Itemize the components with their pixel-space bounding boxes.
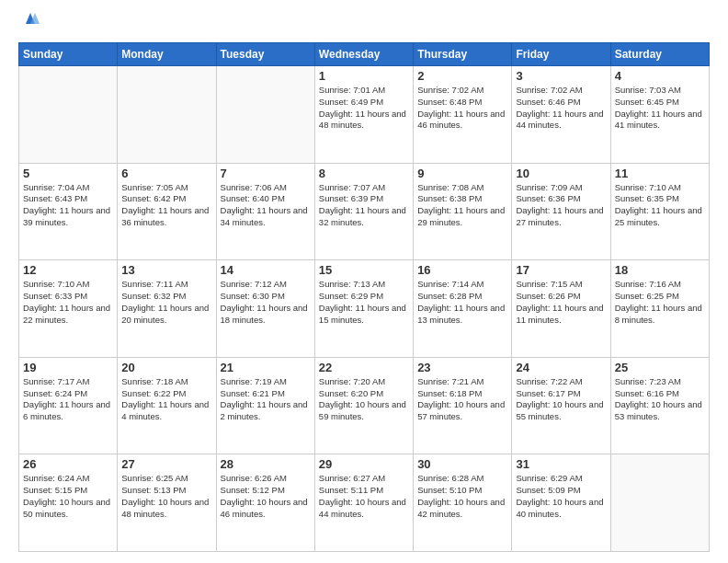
calendar-cell: 17Sunrise: 7:15 AM Sunset: 6:26 PM Dayli… — [512, 260, 610, 358]
calendar-cell: 23Sunrise: 7:21 AM Sunset: 6:18 PM Dayli… — [414, 357, 512, 454]
calendar-cell: 18Sunrise: 7:16 AM Sunset: 6:25 PM Dayli… — [610, 260, 709, 358]
week-row-1: 1Sunrise: 7:01 AM Sunset: 6:49 PM Daylig… — [19, 66, 710, 164]
day-number: 22 — [319, 361, 409, 374]
day-info: Sunrise: 7:17 AM Sunset: 6:24 PM Dayligh… — [23, 376, 113, 423]
day-info: Sunrise: 6:28 AM Sunset: 5:10 PM Dayligh… — [417, 473, 507, 520]
weekday-header-tuesday: Tuesday — [216, 43, 314, 66]
day-info: Sunrise: 7:12 AM Sunset: 6:30 PM Dayligh… — [221, 279, 311, 326]
calendar-cell: 27Sunrise: 6:25 AM Sunset: 5:13 PM Dayli… — [118, 454, 216, 552]
header — [18, 17, 710, 33]
day-number: 19 — [23, 361, 113, 374]
day-info: Sunrise: 7:20 AM Sunset: 6:20 PM Dayligh… — [319, 376, 409, 423]
calendar-cell: 28Sunrise: 6:26 AM Sunset: 5:12 PM Dayli… — [216, 454, 314, 552]
weekday-header-monday: Monday — [118, 43, 216, 66]
calendar-cell: 15Sunrise: 7:13 AM Sunset: 6:29 PM Dayli… — [314, 260, 413, 358]
calendar-cell: 5Sunrise: 7:04 AM Sunset: 6:43 PM Daylig… — [19, 163, 118, 260]
day-number: 20 — [121, 361, 211, 374]
day-info: Sunrise: 7:23 AM Sunset: 6:16 PM Dayligh… — [615, 376, 705, 423]
day-number: 7 — [221, 167, 311, 180]
day-info: Sunrise: 6:26 AM Sunset: 5:12 PM Dayligh… — [221, 473, 311, 520]
day-number: 30 — [417, 457, 507, 471]
calendar-cell: 2Sunrise: 7:02 AM Sunset: 6:48 PM Daylig… — [414, 66, 512, 164]
calendar-cell: 30Sunrise: 6:28 AM Sunset: 5:10 PM Dayli… — [414, 454, 512, 552]
day-info: Sunrise: 7:21 AM Sunset: 6:18 PM Dayligh… — [417, 376, 507, 423]
day-number: 26 — [23, 457, 113, 471]
calendar-cell: 14Sunrise: 7:12 AM Sunset: 6:30 PM Dayli… — [216, 260, 314, 358]
calendar-cell: 6Sunrise: 7:05 AM Sunset: 6:42 PM Daylig… — [118, 163, 216, 260]
page: SundayMondayTuesdayWednesdayThursdayFrid… — [0, 0, 728, 563]
calendar-cell: 9Sunrise: 7:08 AM Sunset: 6:38 PM Daylig… — [414, 163, 512, 260]
calendar-cell — [216, 66, 314, 164]
day-info: Sunrise: 7:10 AM Sunset: 6:35 PM Dayligh… — [615, 182, 705, 229]
day-number: 16 — [417, 263, 507, 277]
day-info: Sunrise: 6:29 AM Sunset: 5:09 PM Dayligh… — [516, 473, 606, 520]
calendar-table: SundayMondayTuesdayWednesdayThursdayFrid… — [18, 42, 710, 552]
calendar-cell: 20Sunrise: 7:18 AM Sunset: 6:22 PM Dayli… — [118, 357, 216, 454]
day-info: Sunrise: 7:19 AM Sunset: 6:21 PM Dayligh… — [221, 376, 311, 423]
calendar-cell: 12Sunrise: 7:10 AM Sunset: 6:33 PM Dayli… — [19, 260, 118, 358]
calendar-cell: 24Sunrise: 7:22 AM Sunset: 6:17 PM Dayli… — [512, 357, 610, 454]
calendar-cell: 10Sunrise: 7:09 AM Sunset: 6:36 PM Dayli… — [512, 163, 610, 260]
calendar-cell: 16Sunrise: 7:14 AM Sunset: 6:28 PM Dayli… — [414, 260, 512, 358]
day-info: Sunrise: 7:22 AM Sunset: 6:17 PM Dayligh… — [516, 376, 606, 423]
calendar-cell — [118, 66, 216, 164]
day-info: Sunrise: 7:02 AM Sunset: 6:48 PM Dayligh… — [417, 85, 507, 132]
week-row-2: 5Sunrise: 7:04 AM Sunset: 6:43 PM Daylig… — [19, 163, 710, 260]
day-number: 24 — [516, 361, 606, 374]
day-number: 8 — [319, 167, 409, 180]
day-info: Sunrise: 7:09 AM Sunset: 6:36 PM Dayligh… — [516, 182, 606, 229]
day-number: 25 — [615, 361, 705, 374]
week-row-4: 19Sunrise: 7:17 AM Sunset: 6:24 PM Dayli… — [19, 357, 710, 454]
calendar-cell: 25Sunrise: 7:23 AM Sunset: 6:16 PM Dayli… — [610, 357, 709, 454]
day-number: 21 — [221, 361, 311, 374]
day-info: Sunrise: 7:07 AM Sunset: 6:39 PM Dayligh… — [319, 182, 409, 229]
day-info: Sunrise: 7:01 AM Sunset: 6:49 PM Dayligh… — [319, 85, 409, 132]
day-info: Sunrise: 7:16 AM Sunset: 6:25 PM Dayligh… — [615, 279, 705, 326]
day-number: 23 — [417, 361, 507, 374]
calendar-cell: 19Sunrise: 7:17 AM Sunset: 6:24 PM Dayli… — [19, 357, 118, 454]
day-number: 28 — [221, 457, 311, 471]
day-number: 17 — [516, 263, 606, 277]
logo-icon — [20, 9, 40, 33]
weekday-header-row: SundayMondayTuesdayWednesdayThursdayFrid… — [19, 43, 710, 66]
day-number: 1 — [319, 69, 409, 83]
day-info: Sunrise: 7:06 AM Sunset: 6:40 PM Dayligh… — [221, 182, 311, 229]
day-number: 31 — [516, 457, 606, 471]
day-number: 18 — [615, 263, 705, 277]
day-info: Sunrise: 7:08 AM Sunset: 6:38 PM Dayligh… — [417, 182, 507, 229]
day-info: Sunrise: 6:24 AM Sunset: 5:15 PM Dayligh… — [23, 473, 113, 520]
weekday-header-thursday: Thursday — [414, 43, 512, 66]
day-number: 11 — [615, 167, 705, 180]
day-number: 29 — [319, 457, 409, 471]
calendar-cell: 4Sunrise: 7:03 AM Sunset: 6:45 PM Daylig… — [610, 66, 709, 164]
day-info: Sunrise: 7:18 AM Sunset: 6:22 PM Dayligh… — [121, 376, 211, 423]
day-info: Sunrise: 6:27 AM Sunset: 5:11 PM Dayligh… — [319, 473, 409, 520]
logo — [18, 17, 40, 33]
calendar-cell: 1Sunrise: 7:01 AM Sunset: 6:49 PM Daylig… — [314, 66, 413, 164]
day-info: Sunrise: 7:05 AM Sunset: 6:42 PM Dayligh… — [121, 182, 211, 229]
day-info: Sunrise: 7:02 AM Sunset: 6:46 PM Dayligh… — [516, 85, 606, 132]
calendar-cell: 11Sunrise: 7:10 AM Sunset: 6:35 PM Dayli… — [610, 163, 709, 260]
calendar-cell — [19, 66, 118, 164]
calendar-cell: 13Sunrise: 7:11 AM Sunset: 6:32 PM Dayli… — [118, 260, 216, 358]
day-number: 27 — [121, 457, 211, 471]
week-row-3: 12Sunrise: 7:10 AM Sunset: 6:33 PM Dayli… — [19, 260, 710, 358]
day-info: Sunrise: 7:04 AM Sunset: 6:43 PM Dayligh… — [23, 182, 113, 229]
day-info: Sunrise: 7:13 AM Sunset: 6:29 PM Dayligh… — [319, 279, 409, 326]
calendar-cell — [610, 454, 709, 552]
weekday-header-wednesday: Wednesday — [314, 43, 413, 66]
day-info: Sunrise: 6:25 AM Sunset: 5:13 PM Dayligh… — [121, 473, 211, 520]
calendar-cell: 8Sunrise: 7:07 AM Sunset: 6:39 PM Daylig… — [314, 163, 413, 260]
day-number: 4 — [615, 69, 705, 83]
day-number: 14 — [221, 263, 311, 277]
day-info: Sunrise: 7:03 AM Sunset: 6:45 PM Dayligh… — [615, 85, 705, 132]
day-number: 15 — [319, 263, 409, 277]
calendar-cell: 22Sunrise: 7:20 AM Sunset: 6:20 PM Dayli… — [314, 357, 413, 454]
day-number: 10 — [516, 167, 606, 180]
day-number: 12 — [23, 263, 113, 277]
weekday-header-saturday: Saturday — [610, 43, 709, 66]
day-info: Sunrise: 7:14 AM Sunset: 6:28 PM Dayligh… — [417, 279, 507, 326]
calendar-cell: 31Sunrise: 6:29 AM Sunset: 5:09 PM Dayli… — [512, 454, 610, 552]
day-number: 9 — [417, 167, 507, 180]
day-info: Sunrise: 7:11 AM Sunset: 6:32 PM Dayligh… — [121, 279, 211, 326]
